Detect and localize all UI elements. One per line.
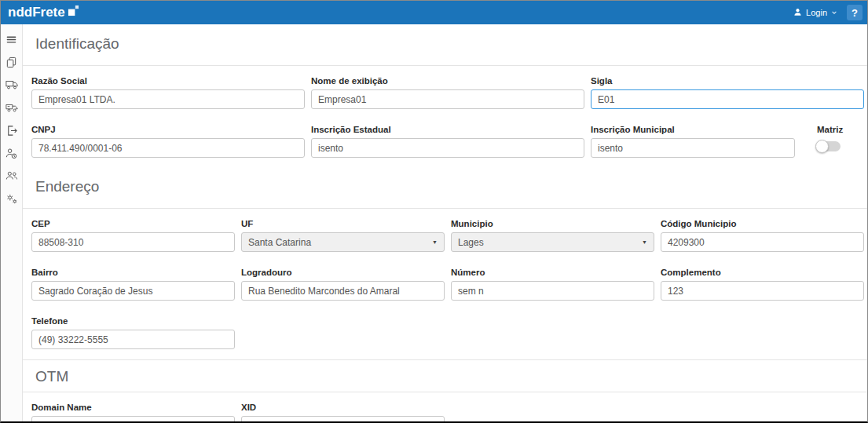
sigla-label: Sigla [591, 76, 864, 86]
identificacao-row-2: CNPJ Inscrição Estadual Inscrição Munici… [23, 125, 867, 158]
field-bairro: Bairro [31, 268, 235, 301]
complemento-label: Complemento [661, 268, 864, 277]
cnpj-input[interactable] [31, 138, 305, 158]
complemento-input[interactable] [661, 281, 864, 301]
logradouro-input[interactable] [241, 281, 445, 301]
field-nome-exibicao: Nome de exibição [311, 76, 584, 109]
login-button[interactable]: Login [789, 5, 841, 20]
xid-label: XID [241, 403, 445, 412]
cnpj-label: CNPJ [31, 125, 305, 134]
nome-exibicao-input[interactable] [311, 89, 584, 109]
telefone-label: Telefone [31, 316, 235, 326]
section-separator [23, 359, 867, 360]
bairro-input[interactable] [31, 281, 235, 301]
section-title-identificacao: Identificação [35, 35, 867, 53]
razao-social-input[interactable] [31, 89, 305, 109]
municipio-label: Municipio [451, 219, 654, 228]
brand-logo[interactable]: nddFrete [8, 5, 79, 20]
user-icon [793, 8, 802, 18]
codigo-municipio-label: Código Municipio [661, 219, 864, 228]
field-xid: XID [241, 403, 445, 423]
section-title-endereco: Endereço [35, 178, 867, 195]
field-telefone: Telefone [31, 316, 235, 349]
field-matriz: Matriz [817, 125, 863, 158]
section-title-otm: OTM [35, 368, 867, 385]
numero-input[interactable] [451, 281, 654, 301]
main-content: Identificação Razão Social Nome de exibi… [23, 35, 867, 423]
help-button[interactable]: ? [847, 5, 863, 20]
fleet-truck-icon[interactable] [5, 100, 19, 115]
menu-icon[interactable] [5, 32, 19, 46]
municipio-select-value: Lages [458, 237, 484, 248]
endereco-row-3: Telefone [23, 316, 867, 349]
sigla-input[interactable] [591, 89, 864, 109]
top-bar-right: Login ? [789, 5, 863, 20]
domain-name-input[interactable] [31, 416, 235, 423]
field-sigla: Sigla [591, 76, 864, 109]
cep-label: CEP [31, 219, 235, 228]
section-divider [23, 392, 867, 392]
inscricao-municipal-label: Inscrição Municipal [591, 125, 795, 134]
app-window: nddFrete Login ? [0, 0, 868, 423]
inscricao-municipal-input[interactable] [591, 138, 795, 158]
section-divider [23, 65, 867, 66]
domain-name-label: Domain Name [31, 403, 235, 412]
field-inscricao-estadual: Inscrição Estadual [311, 125, 584, 158]
field-razao-social: Razão Social [31, 76, 305, 109]
xid-input[interactable] [241, 416, 445, 423]
logradouro-label: Logradouro [241, 268, 445, 277]
user-clock-icon[interactable] [5, 146, 19, 160]
inscricao-estadual-input[interactable] [311, 138, 584, 158]
otm-row-1: Domain Name XID [23, 403, 867, 423]
uf-select[interactable]: Santa Catarina ▼ [241, 232, 445, 252]
field-numero: Número [451, 268, 654, 301]
uf-select-value: Santa Catarina [248, 237, 311, 248]
field-uf: UF Santa Catarina ▼ [241, 219, 445, 252]
help-label: ? [852, 7, 858, 19]
users-icon[interactable] [5, 169, 19, 183]
field-cnpj: CNPJ [31, 125, 305, 158]
login-label: Login [806, 8, 827, 17]
endereco-row-1: CEP UF Santa Catarina ▼ Municipio Lages … [23, 219, 867, 252]
field-cep: CEP [31, 219, 235, 252]
codigo-municipio-input [661, 232, 864, 252]
brand-text: nddFrete [8, 5, 65, 20]
field-complemento: Complemento [661, 268, 864, 301]
copy-icon[interactable] [5, 55, 19, 69]
uf-label: UF [241, 219, 445, 228]
razao-social-label: Razão Social [31, 76, 305, 86]
municipio-select[interactable]: Lages ▼ [451, 232, 654, 252]
endereco-row-2: Bairro Logradouro Número Complemento [23, 268, 867, 301]
chevron-down-icon: ▼ [432, 239, 438, 245]
field-municipio: Municipio Lages ▼ [451, 219, 654, 252]
inscricao-estadual-label: Inscrição Estadual [311, 125, 584, 134]
numero-label: Número [451, 268, 654, 277]
field-domain-name: Domain Name [31, 403, 235, 423]
cep-input[interactable] [31, 232, 235, 252]
toggle-knob [815, 140, 829, 153]
chevron-down-icon: ▼ [642, 239, 647, 245]
matriz-label: Matriz [817, 125, 863, 134]
brand-squares-icon [68, 5, 79, 20]
telefone-input[interactable] [31, 330, 235, 349]
field-codigo-municipio: Código Municipio [661, 219, 864, 252]
top-bar: nddFrete Login ? [1, 1, 867, 24]
nome-exibicao-label: Nome de exibição [311, 76, 584, 86]
bairro-label: Bairro [31, 268, 235, 277]
gears-icon[interactable] [5, 191, 19, 206]
sidebar [1, 24, 23, 421]
matriz-toggle[interactable] [817, 141, 841, 151]
chevron-down-icon [831, 8, 837, 17]
field-inscricao-municipal: Inscrição Municipal [591, 125, 795, 158]
truck-icon[interactable] [5, 78, 19, 92]
identificacao-row-1: Razão Social Nome de exibição Sigla [23, 76, 867, 109]
section-divider [23, 208, 867, 209]
logout-icon[interactable] [5, 123, 19, 137]
field-logradouro: Logradouro [241, 268, 445, 301]
